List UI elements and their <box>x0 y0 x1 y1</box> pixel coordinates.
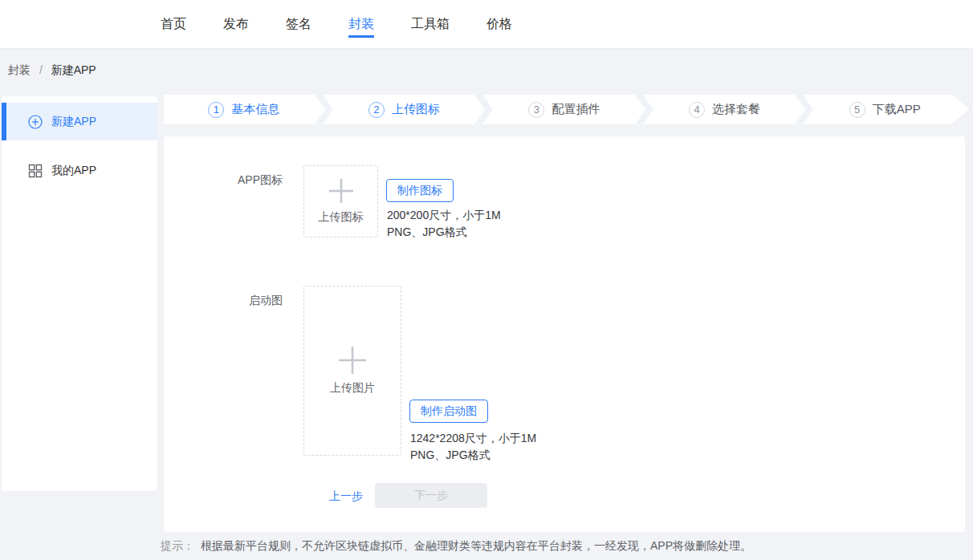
footer-notice-prefix: 提示： <box>161 539 194 552</box>
breadcrumb-separator: / <box>39 63 43 76</box>
make-icon-button[interactable]: 制作图标 <box>386 179 454 202</box>
footer-notice: 提示：根据最新平台规则，不允许区块链虚拟币、金融理财类等违规内容在平台封装，一经… <box>161 539 751 554</box>
nav-tab-sign[interactable]: 签名 <box>286 0 311 48</box>
previous-step-link[interactable]: 上一步 <box>329 489 363 504</box>
step-download-app: 5 下载APP <box>804 95 965 124</box>
app-icon-hint-format: PNG、JPG格式 <box>387 224 501 241</box>
app-icon-hint-size: 200*200尺寸，小于1M <box>387 207 501 224</box>
step-number: 2 <box>368 102 385 118</box>
footer-notice-message: 根据最新平台规则，不允许区块链虚拟币、金融理财类等违规内容在平台封装，一经发现，… <box>201 539 751 552</box>
app-icon-label: APP图标 <box>164 173 283 188</box>
step-label: 配置插件 <box>552 102 600 117</box>
breadcrumb: 封装 / 新建APP <box>8 63 96 78</box>
step-choose-plan: 4 选择套餐 <box>645 95 805 124</box>
step-number: 4 <box>689 102 705 118</box>
breadcrumb-item-new-app: 新建APP <box>51 63 96 76</box>
launch-image-hint-format: PNG、JPG格式 <box>410 447 536 464</box>
step-number: 5 <box>849 102 865 118</box>
step-label: 基本信息 <box>231 102 279 117</box>
upload-image-text: 上传图片 <box>330 381 375 396</box>
step-basic-info: 1 基本信息 <box>164 95 324 124</box>
step-label: 上传图标 <box>392 102 440 117</box>
steps-bar: 1 基本信息 2 上传图标 3 配置插件 4 选择套餐 <box>164 95 965 124</box>
plus-circle-icon <box>28 115 43 129</box>
nav-tab-toolbox[interactable]: 工具箱 <box>411 0 450 48</box>
sidebar-item-my-app[interactable]: 我的APP <box>2 152 157 189</box>
nav-tab-price[interactable]: 价格 <box>486 0 512 48</box>
top-header: 首页 发布 签名 封装 工具箱 价格 <box>0 0 973 49</box>
sidebar-item-label: 我的APP <box>51 164 96 178</box>
step-label: 下载APP <box>873 102 921 117</box>
breadcrumb-item-package[interactable]: 封装 <box>8 63 31 76</box>
step-upload-icon: 2 上传图标 <box>324 95 485 124</box>
plus-icon <box>329 179 353 203</box>
grid-icon <box>28 164 43 178</box>
next-step-button[interactable]: 下一步 <box>375 483 487 508</box>
step-configure-plugins: 3 配置插件 <box>484 95 645 124</box>
launch-image-label: 启动图 <box>164 294 283 308</box>
step-number: 3 <box>528 102 544 118</box>
step-number: 1 <box>208 102 224 118</box>
nav-tab-home[interactable]: 首页 <box>161 0 186 48</box>
make-launch-image-button[interactable]: 制作启动图 <box>409 400 488 423</box>
app-icon-hint: 200*200尺寸，小于1M PNG、JPG格式 <box>387 207 501 241</box>
main-nav: 首页 发布 签名 封装 工具箱 价格 <box>161 0 512 48</box>
launch-image-hint: 1242*2208尺寸，小于1M PNG、JPG格式 <box>410 430 536 464</box>
sidebar: 新建APP 我的APP <box>2 96 157 491</box>
sidebar-item-label: 新建APP <box>51 115 96 129</box>
main-panel: APP图标 上传图标 制作图标 200*200尺寸，小于1M PNG、JPG格式… <box>164 136 965 532</box>
launch-image-upload-box[interactable]: 上传图片 <box>303 286 401 456</box>
nav-tab-package[interactable]: 封装 <box>348 0 374 48</box>
upload-icon-text: 上传图标 <box>319 210 364 225</box>
app-icon-upload-box[interactable]: 上传图标 <box>303 165 378 237</box>
step-label: 选择套餐 <box>712 102 760 117</box>
sidebar-item-new-app[interactable]: 新建APP <box>2 103 157 140</box>
plus-icon <box>339 347 366 374</box>
nav-tab-publish[interactable]: 发布 <box>223 0 249 48</box>
launch-image-hint-size: 1242*2208尺寸，小于1M <box>410 430 536 447</box>
